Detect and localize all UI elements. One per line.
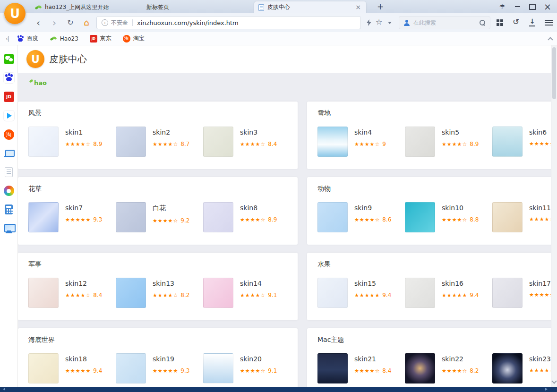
scroll-down-icon[interactable] [551,378,557,383]
skin-thumbnail[interactable] [405,202,435,232]
sidebar-monitor-button[interactable] [0,223,17,233]
horizontal-scrollbar[interactable] [0,387,557,392]
skin-item[interactable]: skin3 ★★★★☆8.4 [203,127,291,157]
skin-item[interactable]: skin19 ★★★★★9.3 [116,353,203,383]
incognito-umbrella-icon[interactable] [495,1,510,12]
skin-stars: ★★★★☆ [240,141,266,147]
skin-item[interactable]: skin14 ★★★★☆9.1 [203,278,291,308]
skin-item[interactable]: 白花 ★★★★☆9.2 [116,202,203,232]
skin-item[interactable]: skin2 ★★★★☆8.7 [116,127,203,157]
skin-name: skin5 [442,128,479,136]
sidebar-calculator-button[interactable] [0,205,17,214]
download-icon[interactable] [529,17,536,26]
tab-2[interactable]: 新标签页 [142,1,254,13]
skin-thumbnail[interactable] [203,127,233,157]
skin-thumbnail[interactable] [116,278,146,308]
skin-item[interactable]: skin23 ★★★★☆ [492,353,551,383]
skin-stars: ★★★★★ [153,368,178,374]
bookmark-taobao[interactable]: 淘宝 [123,34,145,43]
sidebar-baidu-button[interactable] [0,73,17,83]
apps-grid-icon[interactable] [496,19,504,26]
skin-item[interactable]: skin6 ★★★★☆ [492,127,551,157]
skin-item[interactable]: skin12 ★★★★☆8.4 [28,278,116,308]
skin-thumbnail[interactable] [116,127,146,157]
uc-browser-logo[interactable]: U [4,3,26,24]
menu-icon[interactable] [545,20,553,26]
sidebar-wechat-button[interactable] [0,54,17,64]
skin-item[interactable]: skin17 ★★★★☆ [492,278,551,308]
skin-thumbnail[interactable] [28,127,59,157]
skin-thumbnail[interactable] [492,353,523,383]
sidebar-laptop-button[interactable] [0,148,17,159]
skin-thumbnail[interactable] [405,353,435,383]
skin-item[interactable]: skin10 ★★★★☆8.8 [405,202,492,232]
close-button[interactable] [540,1,555,12]
url-dropdown-icon[interactable] [388,22,392,24]
skin-thumbnail[interactable] [405,127,435,157]
skin-item[interactable]: skin9 ★★★★☆8.6 [317,202,405,232]
skin-thumbnail[interactable] [28,353,59,383]
bookmark-hao[interactable]: Hao23 [50,35,78,43]
skin-thumbnail[interactable] [28,202,59,232]
collapse-toolbar-icon[interactable] [548,37,553,42]
vertical-scrollbar[interactable] [551,45,557,387]
skin-item[interactable]: skin11 ★★★★☆ [492,202,551,232]
bookmark-jd[interactable]: 京东 [90,34,111,43]
skin-item[interactable]: skin4 ★★★★☆9 [317,127,405,157]
forward-button[interactable] [48,17,60,29]
skin-name: skin1 [65,128,102,136]
skin-item[interactable]: skin22 ★★★★☆8.2 [405,353,492,383]
sidebar-document-button[interactable] [0,167,17,177]
skin-thumbnail[interactable] [492,127,523,157]
skin-item[interactable]: skin8 ★★★★☆8.9 [203,202,291,232]
sidebar-palette-button[interactable] [0,186,17,196]
sidebar-taobao-button[interactable] [0,129,17,140]
collapse-sidebar-icon[interactable] [6,35,9,42]
back-button[interactable] [32,17,44,29]
skin-item[interactable]: skin5 ★★★★☆8.9 [405,127,492,157]
sidebar-jd-button[interactable] [0,92,17,102]
minimize-button[interactable] [510,1,525,12]
search-box[interactable]: 在此搜索 [399,16,490,29]
category-title: 海底世界 [28,336,287,344]
skin-item[interactable]: skin7 ★★★★★9.3 [28,202,116,232]
skin-thumbnail[interactable] [492,278,523,308]
skin-item[interactable]: skin16 ★★★★★9.4 [405,278,492,308]
skin-thumbnail[interactable] [317,278,348,308]
info-icon[interactable] [102,19,108,26]
skin-thumbnail[interactable] [317,127,348,157]
search-icon[interactable] [479,19,486,26]
skin-thumbnail[interactable] [203,278,233,308]
search-engine-icon[interactable] [403,20,410,26]
skin-thumbnail[interactable] [203,202,233,232]
skin-item[interactable]: skin18 ★★★★★9.4 [28,353,116,383]
undo-icon[interactable] [513,17,519,26]
skin-thumbnail[interactable] [116,202,146,232]
skin-thumbnail[interactable] [492,202,523,232]
skin-thumbnail[interactable] [317,202,348,232]
bookmark-baidu[interactable]: 百度 [17,34,38,43]
bookmark-star-icon[interactable] [376,17,382,26]
sidebar-video-button[interactable] [0,111,17,121]
url-text[interactable]: xinzhuoxun.com/yskin/index.htm [137,19,239,26]
skin-thumbnail[interactable] [317,353,348,383]
skin-thumbnail[interactable] [203,353,233,383]
skin-thumbnail[interactable] [116,353,146,383]
new-tab-button[interactable]: + [374,2,386,12]
tab-close-icon[interactable]: × [354,4,362,11]
scrollbar-thumb[interactable] [552,47,556,99]
skin-thumbnail[interactable] [405,278,435,308]
reload-button[interactable] [64,17,77,29]
speed-mode-icon[interactable] [367,19,371,26]
skin-item[interactable]: skin21 ★★★★☆8.4 [317,353,405,383]
home-button[interactable] [80,17,93,29]
skin-item[interactable]: skin1 ★★★★☆8.9 [28,127,116,157]
skin-thumbnail[interactable] [28,278,59,308]
url-box[interactable]: 不安全 xinzhuoxun.com/yskin/index.htm [96,16,361,29]
skin-item[interactable]: skin15 ★★★★★9.4 [317,278,405,308]
tab-1[interactable]: hao123_上网从这里开始 [30,1,142,13]
maximize-button[interactable] [525,1,540,12]
skin-item[interactable]: skin13 ★★★★☆8.2 [116,278,203,308]
skin-item[interactable]: skin20 ★★★★☆9.1 [203,353,291,383]
tab-3[interactable]: 皮肤中心× [254,1,366,13]
